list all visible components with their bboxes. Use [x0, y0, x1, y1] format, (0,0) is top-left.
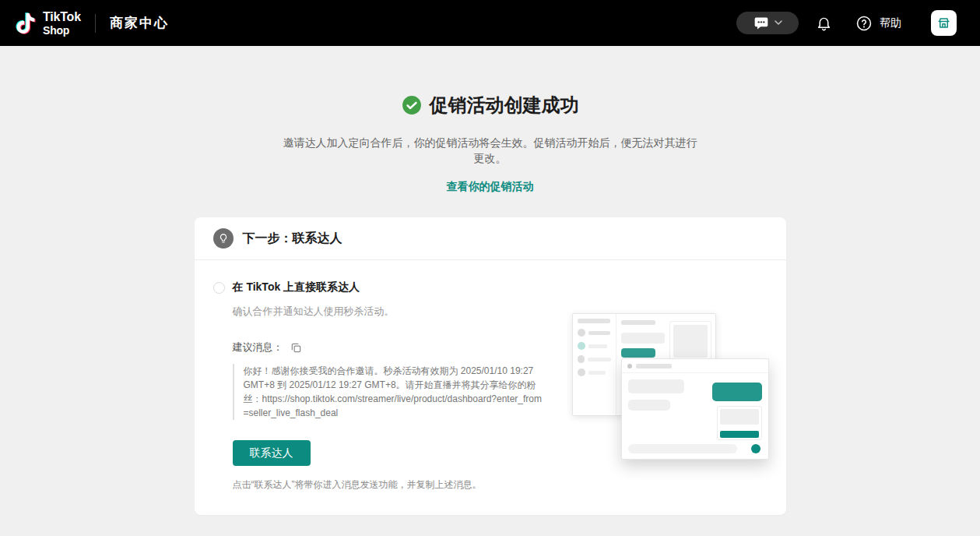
chat-bubble-icon [753, 16, 769, 31]
chat-preview-screenshot-front [621, 358, 769, 460]
copy-icon [290, 342, 302, 354]
mock-list-item [578, 329, 611, 337]
contact-caption: 点击“联系达人”将带你进入消息发送功能，并复制上述消息。 [233, 478, 564, 492]
chat-preview-images [572, 313, 769, 469]
chevron-down-icon [775, 20, 782, 26]
question-circle-icon [855, 15, 873, 32]
mock-product-card [717, 406, 762, 440]
suggested-message-label: 建议消息： [233, 340, 283, 354]
mock-back-chevron [627, 364, 632, 368]
mock-text [588, 371, 606, 375]
mock-message [628, 379, 684, 393]
mock-list-item [578, 342, 611, 350]
card-body: 在 TikTok 上直接联系达人 确认合作并通知达人使用秒杀活动。 建议消息： … [195, 260, 786, 515]
mock-list-item [578, 355, 611, 363]
step-content: 在 TikTok 上直接联系达人 确认合作并通知达人使用秒杀活动。 建议消息： … [233, 280, 564, 492]
check-circle-icon [402, 95, 422, 115]
view-promotion-link[interactable]: 查看你的促销活动 [447, 180, 534, 194]
notifications-button[interactable] [816, 15, 832, 31]
suggested-message-row: 建议消息： [233, 340, 564, 354]
lightbulb-icon [213, 228, 234, 249]
mock-text [588, 358, 610, 361]
step-description: 确认合作并通知达人使用秒杀活动。 [233, 305, 564, 319]
mock-detail-header [622, 359, 768, 373]
header-actions: 帮助 [736, 10, 957, 36]
mock-message-teal [621, 348, 655, 358]
tiktok-shop-logo[interactable]: TikTok Shop [16, 11, 81, 36]
mock-send-button [751, 444, 760, 453]
mock-avatar [578, 368, 585, 376]
page-title: 促销活动创建成功 [430, 93, 579, 118]
mock-avatar [578, 355, 585, 363]
mock-input-bar [628, 444, 737, 453]
help-button[interactable]: 帮助 [855, 15, 901, 32]
suggested-message-text: 你好！感谢你接受我的合作邀请。秒杀活动有效期为 2025/01/10 19:27… [233, 364, 543, 420]
mock-message-teal [712, 383, 762, 401]
logo-wordmark: TikTok Shop [43, 11, 81, 36]
mock-search-bar [578, 319, 610, 323]
mock-text [588, 331, 610, 335]
storefront-icon [936, 16, 951, 30]
top-header: TikTok Shop 商家中心 [0, 0, 980, 46]
contact-creator-button[interactable]: 联系达人 [233, 440, 311, 466]
mock-card-button [720, 431, 759, 438]
bell-icon [816, 15, 832, 31]
mock-avatar [578, 329, 585, 337]
step-indicator-circle [213, 282, 225, 294]
card-header: 下一步：联系达人 [195, 217, 786, 260]
mock-list-item [578, 368, 611, 376]
mock-chat-header [621, 320, 655, 325]
app-title: 商家中心 [110, 14, 169, 32]
card-title: 下一步：联系达人 [243, 231, 342, 247]
header-divider [95, 14, 96, 33]
success-title-row: 促销活动创建成功 [402, 93, 579, 118]
tiktok-note-icon [16, 12, 36, 34]
mock-avatar [578, 342, 585, 350]
help-label: 帮助 [880, 16, 901, 30]
mock-sidebar [573, 314, 616, 415]
language-selector[interactable] [736, 12, 799, 34]
mock-contact-name [636, 364, 672, 368]
success-section: 促销活动创建成功 邀请达人加入定向合作后，你的促销活动将会生效。促销活动开始后，… [0, 46, 980, 194]
mock-message [621, 333, 665, 344]
mock-product-image [720, 409, 759, 425]
store-switcher-button[interactable] [931, 10, 957, 36]
copy-message-button[interactable] [290, 342, 302, 354]
next-step-card: 下一步：联系达人 在 TikTok 上直接联系达人 确认合作并通知达人使用秒杀活… [195, 217, 786, 515]
mock-message [628, 400, 670, 411]
mock-text [588, 344, 607, 348]
step-title: 在 TikTok 上直接联系达人 [233, 280, 564, 294]
mock-product-image [673, 325, 708, 358]
success-subtitle: 邀请达人加入定向合作后，你的促销活动将会生效。促销活动开始后，便无法对其进行更改… [278, 135, 702, 166]
